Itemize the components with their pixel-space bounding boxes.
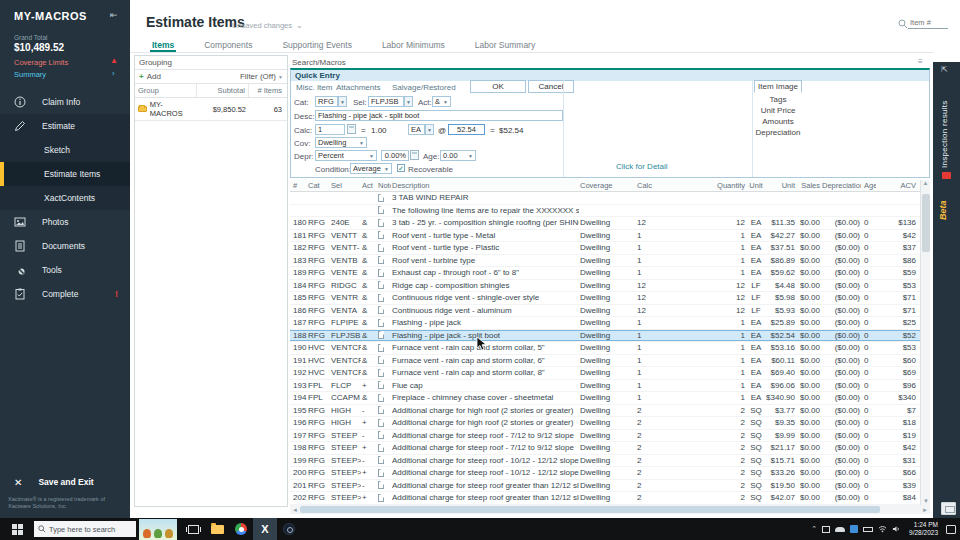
salvage-restored-link[interactable]: Salvage/Restored — [392, 83, 456, 92]
sidebar-item-documents[interactable]: Documents — [0, 234, 130, 258]
feedback-corner-icon[interactable] — [941, 502, 956, 515]
table-row[interactable]: 3 TAB WIND REPAIR — [290, 192, 920, 205]
table-row[interactable]: 202RFGSTEEP>>+Additional charge for stee… — [290, 492, 920, 505]
note-icon[interactable] — [378, 444, 384, 452]
col-header-sales-tax[interactable]: Sales Tax — [796, 180, 821, 191]
items-column-header[interactable]: # Items — [249, 84, 285, 97]
sidebar-item-xactcontents[interactable]: XactContents — [0, 186, 130, 210]
table-row[interactable]: 200RFGSTEEP>+Additional charge for steep… — [290, 467, 920, 480]
note-icon[interactable] — [378, 356, 384, 364]
tray-expand-icon[interactable]: ⌃ — [811, 525, 817, 533]
col-header-notes[interactable]: Notes — [374, 180, 391, 191]
app-tray-icon[interactable] — [850, 525, 858, 533]
taskbar-search[interactable]: Type here to search — [34, 521, 136, 537]
detail-tab-depreciation[interactable]: Depreciation — [752, 128, 804, 137]
display-tray-icon[interactable] — [822, 526, 830, 533]
sidebar-item-photos[interactable]: Photos — [0, 210, 130, 234]
age-select[interactable]: 0.00▼ — [440, 150, 476, 161]
news-and-interests-widget[interactable] — [139, 519, 177, 540]
note-icon[interactable] — [378, 194, 384, 202]
tab-supporting-events[interactable]: Supporting Events — [280, 38, 353, 52]
condition-select[interactable]: Average▼ — [350, 163, 392, 174]
table-row[interactable]: 185RFGVENTR&Continuous ridge vent - shin… — [290, 292, 920, 305]
col-header-quantity[interactable]: Quantity — [715, 180, 746, 191]
unit-input[interactable]: EA — [408, 124, 425, 135]
table-row[interactable]: 180RFG240E&3 tab - 25 yr. - composition … — [290, 217, 920, 230]
taskbar-clock[interactable]: 1:24 PM 9/28/2023 — [906, 521, 941, 537]
note-icon[interactable] — [378, 494, 384, 502]
pin-icon[interactable]: ⇱ — [941, 65, 948, 74]
col-header-coverage[interactable]: Coverage — [579, 180, 636, 191]
panel-menu-icon[interactable]: ≡ — [918, 57, 923, 66]
note-icon[interactable] — [378, 231, 384, 239]
col-header-description[interactable]: Description — [391, 180, 579, 191]
note-icon[interactable] — [378, 419, 384, 427]
table-row[interactable]: 199RFGSTEEP>-Additional charge for steep… — [290, 455, 920, 468]
note-icon[interactable] — [378, 269, 384, 277]
tab-items[interactable]: Items — [150, 38, 176, 52]
note-icon[interactable] — [378, 394, 384, 402]
unit-price-input[interactable]: 52.54 — [448, 124, 485, 135]
horizontal-scrollbar[interactable]: ◄► — [290, 505, 930, 514]
xactimate-app-button[interactable]: X — [253, 518, 277, 540]
table-row[interactable]: The following line items are to repair t… — [290, 205, 920, 218]
note-icon[interactable] — [378, 369, 384, 377]
table-row[interactable]: 192HVCVENTCP8&Furnace vent - rain cap an… — [290, 367, 920, 380]
start-button[interactable] — [0, 518, 34, 540]
tab-components[interactable]: Components — [202, 38, 254, 52]
depreciation-pct-input[interactable]: 0.00% — [381, 150, 409, 161]
table-row[interactable]: 182RFGVENTT-&Roof vent - turtle type - P… — [290, 242, 920, 255]
filter-dropdown[interactable]: Filter (Off) ▼ — [240, 72, 283, 81]
subtotal-column-header[interactable]: Subtotal — [197, 84, 249, 97]
group-row[interactable]: MY-MACROS $9,850.52 63 — [135, 98, 287, 121]
table-row[interactable]: 190HVCVENTCP5&Furnace vent - rain cap an… — [290, 342, 920, 355]
table-row[interactable]: 196RFGHIGH+Additional charge for high ro… — [290, 417, 920, 430]
sel-input[interactable]: FLPJSB — [368, 96, 404, 107]
note-icon[interactable] — [378, 281, 384, 289]
table-row[interactable]: 188RFGFLPJSB&Flashing - pipe jack - spli… — [290, 330, 920, 343]
col-header-cat[interactable]: Cat — [307, 180, 330, 191]
table-row[interactable]: 193FPLFLCP+Flue capDwelling11EA$96.06$0.… — [290, 380, 920, 393]
sidebar-item-estimate[interactable]: Estimate — [0, 114, 130, 138]
detail-tab-amounts[interactable]: Amounts — [754, 117, 802, 126]
col-header-depreciation[interactable]: Depreciation — [821, 180, 861, 191]
note-icon[interactable] — [378, 481, 384, 489]
sidebar-item-sketch[interactable]: Sketch — [0, 138, 130, 162]
calculator-icon[interactable] — [410, 150, 419, 160]
tab-labor-minimums[interactable]: Labor Minimums — [380, 38, 447, 52]
onedrive-icon[interactable] — [835, 527, 845, 532]
cat-input[interactable]: RFG — [315, 96, 338, 107]
note-icon[interactable] — [378, 294, 384, 302]
scrollbar-thumb[interactable] — [922, 194, 930, 252]
calculator-icon[interactable] — [347, 124, 356, 134]
table-row[interactable]: 186RFGVENTA&Continuous ridge vent - alum… — [290, 305, 920, 318]
sidebar-item-claim-info[interactable]: Claim Info — [0, 90, 130, 114]
note-icon[interactable] — [378, 256, 384, 264]
table-row[interactable]: 187RFGFLPIPE&Flashing - pipe jackDwellin… — [290, 317, 920, 330]
act-select[interactable]: &▼ — [432, 96, 451, 107]
click-for-detail-link[interactable]: Click for Detail — [616, 162, 668, 171]
task-view-button[interactable] — [181, 518, 205, 540]
col-header-acv[interactable]: ACV — [876, 180, 918, 191]
sel-dropdown-button[interactable]: ▼ — [404, 96, 413, 107]
table-row[interactable]: 189RFGVENTE&Exhaust cap - through roof -… — [290, 267, 920, 280]
calc-input[interactable]: 1 — [315, 124, 345, 135]
coverage-limits-link[interactable]: Coverage Limits — [14, 58, 68, 67]
action-center-icon[interactable] — [946, 525, 956, 534]
sidebar-item-tools[interactable]: Tools — [0, 258, 130, 282]
table-row[interactable]: 194FPLCCAPM&Fireplace - chimney chase co… — [290, 392, 920, 405]
col-header-sel[interactable]: Sel — [330, 180, 361, 191]
sidebar-item-complete[interactable]: Complete ! — [0, 282, 130, 306]
file-explorer-button[interactable] — [205, 518, 229, 540]
note-icon[interactable] — [378, 331, 384, 339]
cancel-button[interactable]: Cancel — [528, 80, 574, 93]
table-row[interactable]: 181RFGVENTT&Roof vent - turtle type - Me… — [290, 230, 920, 243]
note-icon[interactable] — [378, 206, 384, 214]
note-icon[interactable] — [378, 431, 384, 439]
note-icon[interactable] — [378, 381, 384, 389]
steam-button[interactable] — [277, 518, 301, 540]
save-and-exit-button[interactable]: ✕ Save and Exit — [0, 470, 130, 494]
table-row[interactable]: 195RFGHIGH-Additional charge for high ro… — [290, 405, 920, 418]
battery-icon[interactable] — [863, 527, 873, 532]
col-header-unit[interactable]: Unit — [746, 180, 766, 191]
